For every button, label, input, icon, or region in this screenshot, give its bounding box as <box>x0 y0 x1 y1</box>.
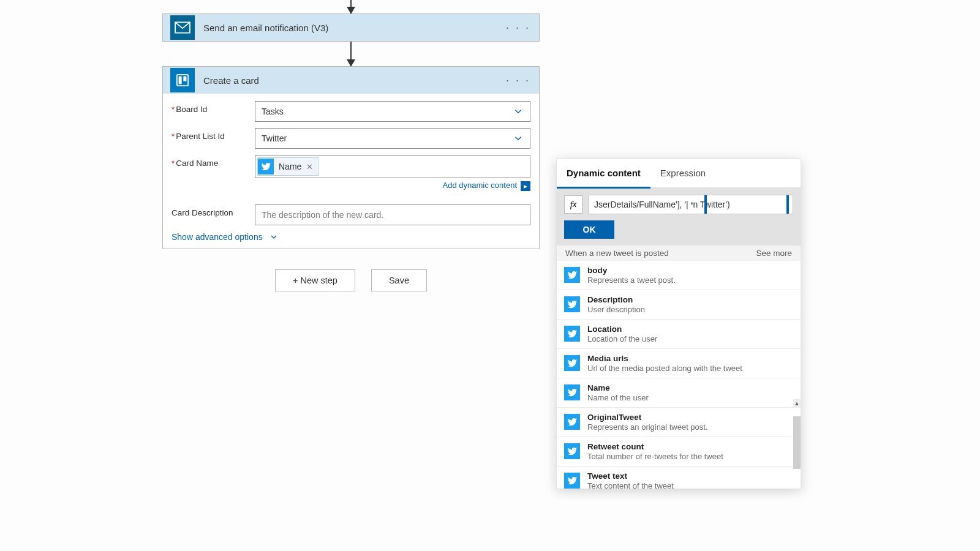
dyn-item-desc: Text content of the tweet <box>587 481 674 489</box>
label-card-description: Card Description <box>172 204 255 217</box>
save-button[interactable]: Save <box>371 269 427 291</box>
dynamic-content-popout: Dynamic content Expression fx JserDetail… <box>556 159 801 489</box>
step-create-card: Create a card · · · *Board Id Tasks *Par… <box>162 66 540 249</box>
scroll-up-button[interactable]: ▲ <box>793 399 801 408</box>
scrollbar-thumb[interactable] <box>793 416 801 469</box>
twitter-icon <box>258 159 274 174</box>
add-dynamic-content-link[interactable]: Add dynamic content▸ <box>443 181 530 190</box>
dynamic-token-name[interactable]: Name ✕ <box>257 157 318 176</box>
dyn-item-desc: Name of the user <box>587 393 649 402</box>
select-board-id[interactable]: Tasks <box>255 101 530 122</box>
add-dyn-badge-icon: ▸ <box>521 181 530 191</box>
dyn-item-title: Location <box>587 324 657 334</box>
svg-rect-3 <box>179 77 182 84</box>
dynamic-item[interactable]: OriginalTweetRepresents an original twee… <box>557 408 801 437</box>
fx-icon: fx <box>564 195 582 214</box>
dyn-item-desc: Total number of re-tweets for the tweet <box>587 452 723 461</box>
twitter-icon <box>564 355 580 371</box>
dynamic-item[interactable]: NameName of the user <box>557 378 801 408</box>
token-label: Name <box>279 162 301 171</box>
dynamic-item[interactable]: Tweet textText content of the tweet <box>557 467 801 489</box>
dyn-item-title: Description <box>587 295 645 304</box>
dynamic-item[interactable]: bodyRepresents a tweet post. <box>557 261 801 290</box>
twitter-icon <box>564 473 580 489</box>
dyn-item-desc: User description <box>587 305 645 314</box>
select-value: Twitter <box>262 133 287 143</box>
svg-rect-4 <box>183 77 186 81</box>
expression-text: JserDetails/FullName'], '| ᶧn Twitter') <box>594 200 730 209</box>
input-card-name[interactable]: Name ✕ <box>255 155 530 178</box>
twitter-icon <box>564 384 580 400</box>
dynamic-item[interactable]: LocationLocation of the user <box>557 320 801 349</box>
dynamic-items-list[interactable]: bodyRepresents a tweet post.DescriptionU… <box>557 261 801 489</box>
source-title: When a new tweet is posted <box>565 249 669 258</box>
chevron-down-icon <box>269 232 279 242</box>
label-parent-list-id: *Parent List Id <box>172 128 255 141</box>
label-card-name: *Card Name <box>172 155 255 168</box>
dyn-item-desc: Represents an original tweet post. <box>587 422 708 432</box>
ok-button[interactable]: OK <box>564 220 614 239</box>
new-step-button[interactable]: + New step <box>275 269 355 291</box>
flow-arrow <box>162 0 540 13</box>
show-advanced-options-link[interactable]: Show advanced options <box>172 232 279 242</box>
step-header[interactable]: Create a card · · · <box>163 67 539 94</box>
mail-icon <box>170 15 195 40</box>
label-board-id: *Board Id <box>172 101 255 114</box>
dynamic-item[interactable]: Retweet countTotal number of re-tweets f… <box>557 437 801 467</box>
twitter-icon <box>564 443 580 459</box>
chevron-down-icon <box>513 133 524 144</box>
trello-icon <box>170 68 195 92</box>
tab-dynamic-content[interactable]: Dynamic content <box>557 159 650 189</box>
twitter-icon <box>564 267 580 283</box>
dyn-item-desc: Url of the media posted along with the t… <box>587 364 742 373</box>
step-menu-button[interactable]: · · · <box>506 74 530 87</box>
select-parent-list-id[interactable]: Twitter <box>255 128 530 149</box>
dyn-item-title: Name <box>587 383 649 392</box>
select-value: Tasks <box>262 107 284 116</box>
chevron-down-icon <box>513 106 524 117</box>
step-title: Send an email notification (V3) <box>203 23 328 33</box>
dyn-item-desc: Represents a tweet post. <box>587 276 676 285</box>
twitter-icon <box>564 414 580 430</box>
expression-input[interactable]: JserDetails/FullName'], '| ᶧn Twitter') <box>589 195 793 214</box>
dyn-item-title: Tweet text <box>587 471 674 481</box>
twitter-icon <box>564 326 580 342</box>
dynamic-item[interactable]: Media urlsUrl of the media posted along … <box>557 349 801 378</box>
input-card-description[interactable] <box>255 204 530 225</box>
twitter-icon <box>564 296 580 312</box>
dyn-item-title: OriginalTweet <box>587 413 708 422</box>
dyn-item-title: body <box>587 266 676 275</box>
tab-expression[interactable]: Expression <box>650 159 715 189</box>
dyn-item-desc: Location of the user <box>587 334 657 343</box>
step-menu-button[interactable]: · · · <box>506 21 530 34</box>
dyn-item-title: Media urls <box>587 354 742 363</box>
step-send-email[interactable]: Send an email notification (V3) · · · <box>162 13 540 42</box>
dynamic-item[interactable]: DescriptionUser description <box>557 290 801 320</box>
token-remove-icon[interactable]: ✕ <box>306 162 313 171</box>
dyn-item-title: Retweet count <box>587 442 723 451</box>
see-more-link[interactable]: See more <box>756 249 792 258</box>
step-title: Create a card <box>203 75 259 86</box>
flow-arrow <box>162 42 540 66</box>
